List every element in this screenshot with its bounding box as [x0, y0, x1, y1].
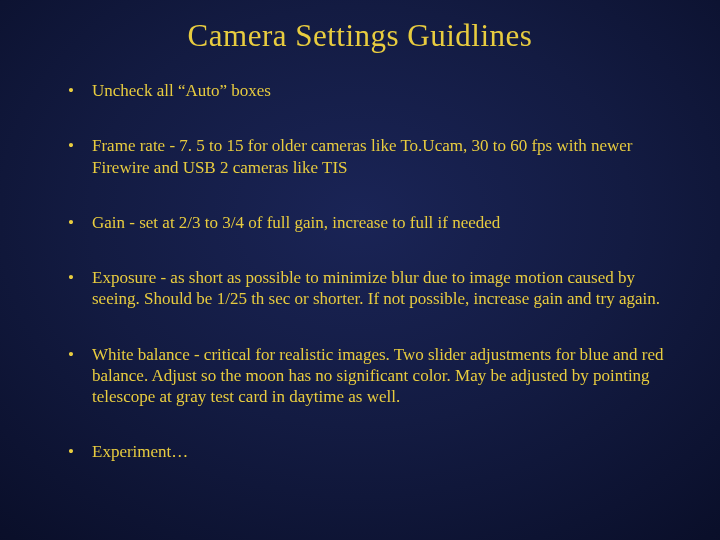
- list-item: White balance - critical for realistic i…: [68, 344, 680, 408]
- list-item: Exposure - as short as possible to minim…: [68, 267, 680, 310]
- list-item: Experiment…: [68, 441, 680, 462]
- page-title: Camera Settings Guidlines: [40, 18, 680, 54]
- slide: Camera Settings Guidlines Uncheck all “A…: [0, 0, 720, 540]
- list-item: Uncheck all “Auto” boxes: [68, 80, 680, 101]
- list-item: Gain - set at 2/3 to 3/4 of full gain, i…: [68, 212, 680, 233]
- list-item: Frame rate - 7. 5 to 15 for older camera…: [68, 135, 680, 178]
- bullet-list: Uncheck all “Auto” boxes Frame rate - 7.…: [40, 80, 680, 463]
